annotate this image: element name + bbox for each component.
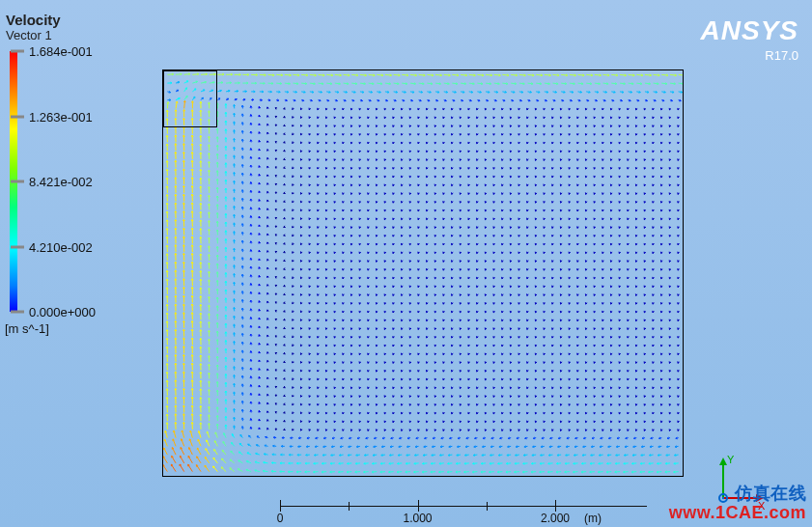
svg-line-263 [372,463,374,464]
svg-line-743 [675,447,677,448]
svg-line-494 [498,456,500,457]
svg-line-5054 [250,241,251,243]
svg-line-299 [473,463,475,464]
svg-line-8213 [243,98,245,99]
svg-line-272 [397,463,399,464]
svg-line-470 [432,456,434,457]
svg-line-515 [557,456,559,457]
svg-line-449 [373,456,375,457]
svg-line-8198 [202,97,204,98]
svg-line-725 [625,447,627,448]
svg-line-326 [548,463,550,464]
ruler-label: 2.000 [541,512,570,525]
svg-line-671 [474,447,476,448]
svg-line-368 [665,463,667,464]
svg-line-3380 [250,318,251,319]
svg-line-8030 [250,106,251,108]
svg-line-617 [323,447,325,448]
svg-line-359 [640,463,642,464]
svg-line-656 [432,447,434,448]
svg-line-350 [615,463,617,464]
svg-line-716 [600,447,602,448]
svg-line-653 [424,447,426,448]
svg-line-542 [632,456,634,457]
svg-line-500 [516,456,518,457]
svg-line-491 [490,456,492,457]
svg-line-482 [464,456,466,457]
svg-line-713 [591,447,593,448]
svg-line-372 [164,448,168,455]
plot-subtitle: Vector 1 [6,28,52,42]
svg-line-3953 [293,294,294,295]
svg-line-611 [306,447,308,448]
svg-line-437 [339,456,341,457]
svg-line-440 [348,456,350,457]
svg-line-6185 [293,193,294,194]
svg-line-1892 [250,385,251,387]
svg-line-12 [196,465,201,472]
svg-line-290 [448,463,450,464]
svg-line-15 [205,465,210,471]
svg-line-266 [380,463,382,464]
svg-line-545 [641,456,643,457]
svg-line-281 [423,463,425,464]
ruler-minor-tick [487,502,488,511]
svg-line-5240 [250,233,251,235]
svg-line-776 [248,435,249,437]
svg-line-533 [607,456,609,457]
svg-line-527 [591,456,593,457]
svg-line-707 [574,447,576,448]
svg-line-362 [649,463,651,464]
svg-line-506 [532,456,534,457]
svg-line-3938 [250,291,251,293]
svg-line-638 [381,447,383,448]
svg-line-3752 [250,300,251,302]
svg-line-7844 [250,115,251,117]
ruler-minor-tick [349,502,350,511]
svg-line-464 [414,456,416,457]
svg-line-5798 [250,208,251,209]
legend-tick-label: 1.263e-001 [29,109,93,124]
svg-line-305 [490,463,491,464]
svg-line-734 [650,447,652,448]
svg-line-620 [331,447,333,448]
ruler-major-tick [418,500,419,512]
svg-line-4496 [250,266,251,268]
svg-line-18 [213,466,218,472]
svg-line-195 [188,456,192,462]
svg-line-23 [221,467,222,469]
svg-line-7100 [250,149,251,151]
svg-line-3194 [250,325,251,327]
svg-line-674 [482,447,484,448]
svg-line-338 [581,463,583,464]
svg-line-335 [574,463,575,464]
ruler-line [280,506,647,507]
svg-line-287 [439,463,441,464]
svg-line-497 [507,456,509,457]
svg-line-530 [599,456,601,457]
legend-tick-label: 1.684e-001 [29,44,93,59]
svg-line-308 [498,463,500,464]
svg-line-347 [606,463,608,464]
svg-line-731 [641,447,643,448]
svg-line-365 [657,463,658,464]
legend-unit: [m s^-1] [5,321,49,336]
legend-tick-label: 8.421e-002 [29,175,93,189]
svg-line-353 [624,463,626,464]
svg-line-686 [516,447,518,448]
legend-tick [11,311,24,314]
svg-line-4682 [250,258,251,260]
svg-line-689 [524,447,526,448]
svg-line-7472 [250,131,251,133]
svg-line-614 [315,447,317,448]
svg-line-2450 [250,359,251,361]
svg-line-6914 [250,156,251,158]
svg-line-6542 [250,174,251,176]
svg-line-635 [374,447,376,448]
svg-line-485 [473,456,475,457]
svg-line-455 [389,456,391,457]
svg-line-521 [574,456,575,457]
svg-line-320 [531,463,533,464]
svg-line-2636 [250,351,251,353]
svg-line-9 [188,464,193,471]
